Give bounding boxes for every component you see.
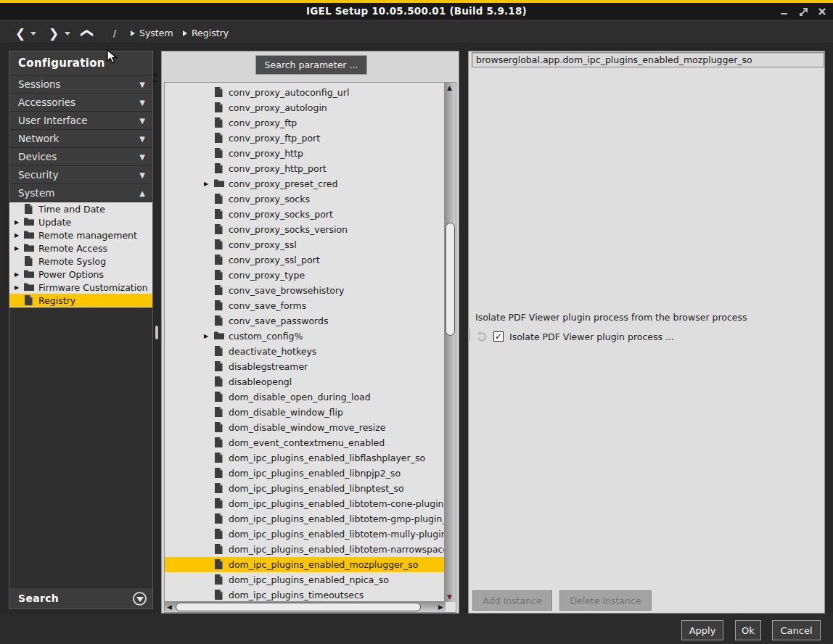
breadcrumb-item-system[interactable]: System	[131, 21, 173, 45]
parameter-item-conv_proxy_ssl[interactable]: conv_proxy_ssl	[165, 237, 446, 252]
reset-to-default-icon	[476, 331, 488, 342]
add-instance-button[interactable]: Add Instance	[472, 590, 552, 611]
forward-history-dropdown-icon[interactable]	[65, 32, 70, 36]
search-expand-icon[interactable]	[133, 592, 147, 606]
parameter-item-dom_ipc_plugins_enabled_npica_so[interactable]: dom_ipc_plugins_enabled_npica_so	[165, 572, 446, 587]
breadcrumb-item-registry[interactable]: Registry	[183, 21, 229, 45]
tree-item-registry[interactable]: Registry	[9, 294, 152, 307]
sidebar-section-devices[interactable]: Devices▼	[9, 148, 152, 166]
parameter-item-conv_proxy_autoconfig_url[interactable]: conv_proxy_autoconfig_url	[165, 85, 446, 100]
parameter-item-conv_proxy_http_port[interactable]: conv_proxy_http_port	[165, 161, 446, 176]
parameter-item-dom_disable_window_move_resize[interactable]: dom_disable_window_move_resize	[165, 420, 446, 435]
apply-button[interactable]: Apply	[681, 620, 723, 640]
parameter-path-field[interactable]: browserglobal.app.dom_ipc_plugins_enable…	[472, 52, 824, 67]
breadcrumb-root[interactable]: /	[113, 28, 116, 38]
tree-item-update[interactable]: ▶ Update	[9, 215, 152, 228]
scroll-left-icon[interactable]: ◀	[167, 603, 172, 611]
sidebar-section-network[interactable]: Network▼	[9, 130, 152, 148]
cancel-button[interactable]: Cancel	[772, 620, 821, 640]
tree-item-label: Time and Date	[38, 204, 105, 215]
parameter-item-conv_proxy_type[interactable]: conv_proxy_type	[165, 268, 446, 283]
tree-item-power-options[interactable]: ▶ Power Options	[9, 268, 152, 281]
scroll-right-icon[interactable]: ▶	[438, 603, 443, 611]
expand-arrow-icon[interactable]: ▶	[15, 232, 19, 239]
parameter-item-dom_event_contextmenu_enabled[interactable]: dom_event_contextmenu_enabled	[165, 435, 446, 450]
sidebar-section-user-interface[interactable]: User Interface▼	[9, 112, 152, 130]
parameter-item-conv_save_passwords[interactable]: conv_save_passwords	[165, 313, 446, 329]
parameter-item-dom_ipc_plugins_enabled_libnpjp2_so[interactable]: dom_ipc_plugins_enabled_libnpjp2_so	[165, 466, 446, 481]
expand-arrow-icon[interactable]: ▶	[204, 181, 208, 187]
vertical-scrollbar-thumb[interactable]	[446, 223, 455, 336]
delete-instance-button[interactable]: Delete Instance	[559, 590, 652, 611]
parameter-item-disableopengl[interactable]: disableopengl	[165, 374, 446, 389]
parameter-item-custom_config%[interactable]: ▶ custom_config%	[165, 329, 446, 344]
page-icon	[214, 117, 223, 128]
up-button[interactable]: ❮	[76, 26, 100, 41]
tree-item-firmware-customization[interactable]: ▶ Firmware Customization	[9, 281, 152, 294]
search-parameter-button[interactable]: Search parameter ...	[255, 55, 367, 75]
parameter-item-dom_ipc_plugins_enabled_libnptest_so[interactable]: dom_ipc_plugins_enabled_libnptest_so	[165, 481, 446, 496]
splitter-handle[interactable]	[155, 326, 158, 339]
parameter-item-dom_ipc_plugins_enabled_libtotem-mully-plugin_s[interactable]: dom_ipc_plugins_enabled_libtotem-mully-p…	[165, 527, 446, 542]
sidebar-section-security[interactable]: Security▼	[9, 166, 152, 184]
parameter-item-deactivate_hotkeys[interactable]: deactivate_hotkeys	[165, 344, 446, 359]
parameter-item-label: dom_ipc_plugins_enabled_libtotem-narrows…	[229, 544, 446, 555]
vertical-scrollbar[interactable]: ▲ ▼	[444, 83, 456, 602]
detail-panel-tick	[468, 329, 470, 342]
back-history-dropdown-icon[interactable]	[30, 32, 36, 36]
parameter-item-label: conv_proxy_type	[229, 270, 305, 281]
footer-bar: Apply Ok Cancel	[0, 614, 833, 644]
chevron-down-icon: ▼	[139, 80, 145, 88]
parameter-item-conv_proxy_preset_cred[interactable]: ▶ conv_proxy_preset_cred	[165, 176, 446, 191]
parameter-item-conv_proxy_socks_port[interactable]: conv_proxy_socks_port	[165, 207, 446, 222]
parameter-item-dom_ipc_plugins_enabled_libtotem-narrowspace-[interactable]: dom_ipc_plugins_enabled_libtotem-narrows…	[165, 542, 446, 557]
sidebar-search-section[interactable]: Search	[9, 587, 152, 608]
parameter-item-dom_ipc_plugins_enabled_libtotem-cone-plugin_s[interactable]: dom_ipc_plugins_enabled_libtotem-cone-pl…	[165, 496, 446, 511]
parameter-item-conv_proxy_ftp_port[interactable]: conv_proxy_ftp_port	[165, 131, 446, 146]
parameter-item-conv_proxy_ssl_port[interactable]: conv_proxy_ssl_port	[165, 252, 446, 268]
page-icon	[214, 498, 223, 508]
expand-arrow-icon[interactable]: ▶	[15, 245, 19, 252]
tree-item-remote-access[interactable]: ▶ Remote Access	[9, 242, 152, 255]
horizontal-scrollbar[interactable]: ◀ ▶	[165, 601, 446, 612]
isolate-pdf-checkbox[interactable]: ✓	[493, 331, 504, 342]
tree-item-time-and-date[interactable]: Time and Date	[9, 202, 152, 215]
parameter-item-conv_proxy_ftp[interactable]: conv_proxy_ftp	[165, 115, 446, 131]
tree-item-label: Remote Access	[38, 243, 107, 254]
close-button[interactable]	[817, 7, 827, 17]
splitter-collapse-icons[interactable]: ◀▶	[153, 72, 157, 85]
parameter-item-conv_save_browsehistory[interactable]: conv_save_browsehistory	[165, 283, 446, 298]
sidebar-section-system[interactable]: System▲	[9, 184, 152, 202]
back-button[interactable]: ❮	[13, 21, 28, 45]
restore-button[interactable]	[798, 7, 808, 17]
scroll-down-icon[interactable]: ▼	[447, 593, 452, 600]
parameter-item-disablegstreamer[interactable]: disablegstreamer	[165, 359, 446, 374]
tree-item-remote-syslog[interactable]: Remote Syslog	[9, 255, 152, 268]
parameter-item-dom_ipc_plugins_timeoutsecs[interactable]: dom_ipc_plugins_timeoutsecs	[165, 587, 446, 603]
parameter-item-dom_ipc_plugins_enabled_libtotem-gmp-plugin_so[interactable]: dom_ipc_plugins_enabled_libtotem-gmp-plu…	[165, 511, 446, 527]
scroll-up-icon[interactable]: ▲	[447, 84, 452, 91]
parameter-item-dom_ipc_plugins_enabled_libflashplayer_so[interactable]: dom_ipc_plugins_enabled_libflashplayer_s…	[165, 450, 446, 466]
expand-arrow-icon[interactable]: ▶	[204, 333, 208, 339]
tree-item-remote-management[interactable]: ▶ Remote management	[9, 228, 152, 242]
parameter-item-dom_disable_open_during_load[interactable]: dom_disable_open_during_load	[165, 389, 446, 405]
parameter-item-conv_proxy_autologin[interactable]: conv_proxy_autologin	[165, 100, 446, 115]
page-icon	[214, 544, 223, 554]
parameter-item-conv_proxy_http[interactable]: conv_proxy_http	[165, 146, 446, 161]
horizontal-scrollbar-thumb[interactable]	[176, 603, 421, 611]
ok-button[interactable]: Ok	[735, 620, 761, 640]
expand-arrow-icon[interactable]: ▶	[15, 271, 19, 278]
parameter-item-conv_proxy_socks_version[interactable]: conv_proxy_socks_version	[165, 222, 446, 237]
parameter-item-conv_proxy_socks[interactable]: conv_proxy_socks	[165, 191, 446, 207]
sidebar-section-accessories[interactable]: Accessories▼	[9, 94, 152, 112]
forward-button[interactable]: ❯	[46, 21, 61, 45]
expand-arrow-icon[interactable]: ▶	[15, 284, 19, 291]
page-icon	[214, 513, 223, 524]
expand-arrow-icon[interactable]: ▶	[15, 219, 19, 226]
title-bar[interactable]: IGEL Setup 10.05.500.01 (Build 5.9.18)	[0, 3, 833, 20]
sidebar-section-sessions[interactable]: Sessions▼	[9, 75, 152, 94]
parameter-item-dom_disable_window_flip[interactable]: dom_disable_window_flip	[165, 405, 446, 420]
parameter-item-conv_save_forms[interactable]: conv_save_forms	[165, 298, 446, 313]
minimize-button[interactable]	[779, 7, 789, 17]
parameter-item-dom_ipc_plugins_enabled_mozplugger_so[interactable]: dom_ipc_plugins_enabled_mozplugger_so	[165, 557, 446, 572]
